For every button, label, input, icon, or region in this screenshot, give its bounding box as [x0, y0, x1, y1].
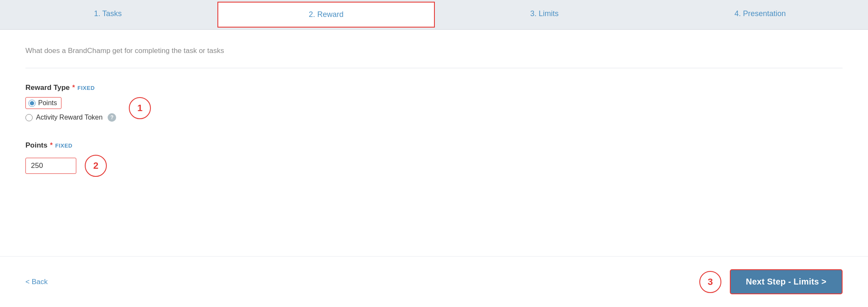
reward-type-options: Points Activity Reward Token ?: [25, 97, 116, 126]
annotation-1: 1: [129, 97, 151, 119]
radio-option-points[interactable]: Points: [25, 97, 116, 109]
footer: < Back 3 Next Step - Limits >: [0, 256, 868, 307]
reward-type-group: Reward Type * FIXED Points: [25, 84, 843, 126]
steps-nav: 1. Tasks 2. Reward 3. Limits 4. Presenta…: [0, 0, 868, 30]
page-subtitle: What does a BrandChamp get for completin…: [25, 47, 843, 55]
reward-type-required: *: [72, 84, 75, 92]
page-wrapper: 1. Tasks 2. Reward 3. Limits 4. Presenta…: [0, 0, 868, 307]
annotation-2: 2: [85, 155, 107, 177]
points-input-wrapper: 2: [25, 155, 843, 177]
radio-option-token[interactable]: Activity Reward Token ?: [25, 113, 116, 122]
divider: [25, 68, 843, 68]
step-presentation[interactable]: 4. Presentation: [652, 0, 868, 29]
help-icon[interactable]: ?: [108, 113, 116, 122]
points-input[interactable]: [25, 158, 76, 174]
step-limits[interactable]: 3. Limits: [437, 0, 652, 29]
step-tasks[interactable]: 1. Tasks: [0, 0, 216, 29]
annotation-3: 3: [699, 271, 721, 293]
points-required: *: [50, 142, 53, 149]
radio-points[interactable]: [28, 100, 36, 107]
reward-type-label: Reward Type * FIXED: [25, 84, 843, 92]
step-reward[interactable]: 2. Reward: [217, 2, 435, 28]
next-step-button[interactable]: Next Step - Limits >: [730, 269, 843, 294]
footer-right: 3 Next Step - Limits >: [699, 269, 843, 294]
points-field-label: Points * FIXED: [25, 141, 843, 150]
radio-box-points: Points: [25, 97, 61, 109]
main-content: What does a BrandChamp get for completin…: [0, 30, 868, 256]
back-link[interactable]: < Back: [25, 278, 47, 286]
points-badge: FIXED: [55, 142, 72, 149]
radio-token-label[interactable]: Activity Reward Token: [36, 114, 103, 121]
points-field-group: Points * FIXED 2: [25, 141, 843, 177]
reward-type-badge: FIXED: [78, 85, 95, 91]
radio-points-label[interactable]: Points: [38, 99, 57, 107]
radio-token[interactable]: [25, 114, 33, 121]
